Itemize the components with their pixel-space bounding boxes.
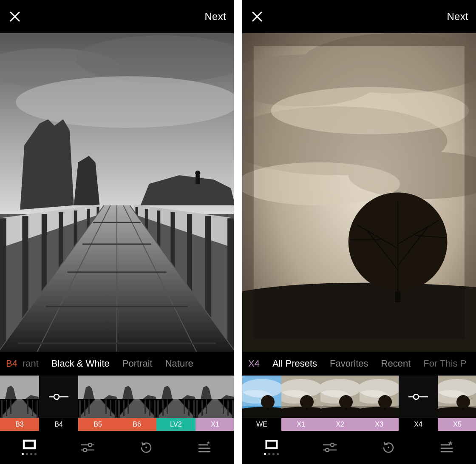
- thumb-image: [320, 376, 360, 418]
- preset-badge: X1: [196, 418, 234, 431]
- svg-point-40: [54, 394, 59, 399]
- intensity-slider-icon: [39, 376, 78, 418]
- svg-point-115: [300, 395, 314, 409]
- history-icon: [381, 440, 396, 455]
- preset-thumb[interactable]: B4: [39, 376, 78, 431]
- thumb-image: [360, 376, 399, 418]
- adjust-icon: [79, 441, 96, 454]
- svg-rect-56: [144, 399, 146, 414]
- thumb-image: [281, 376, 320, 418]
- presets-tool[interactable]: [261, 437, 282, 458]
- svg-rect-41: [78, 376, 117, 399]
- next-button[interactable]: Next: [447, 11, 468, 23]
- svg-rect-54: [123, 400, 125, 416]
- intensity-slider-icon: [399, 376, 438, 418]
- svg-rect-67: [193, 400, 195, 418]
- svg-rect-36: [27, 399, 28, 414]
- svg-rect-35: [10, 399, 11, 414]
- preset-thumb[interactable]: X1: [281, 376, 320, 431]
- preset-badge: X4: [399, 418, 438, 431]
- category-tab[interactable]: Black & White: [51, 358, 110, 369]
- svg-rect-110: [267, 408, 269, 410]
- history-tool[interactable]: [136, 437, 157, 458]
- svg-rect-47: [105, 399, 107, 414]
- svg-rect-75: [227, 400, 229, 416]
- thumb-image: [438, 376, 476, 418]
- category-bar: X4 All Presets Favorites Recent For This…: [242, 352, 476, 376]
- svg-point-130: [414, 394, 419, 399]
- svg-rect-66: [188, 400, 190, 416]
- category-bar: B4 rant Black & White Portrait Nature: [0, 352, 234, 376]
- svg-point-109: [261, 395, 275, 409]
- category-tab[interactable]: All Presets: [272, 358, 317, 369]
- photo-preview[interactable]: [242, 33, 476, 352]
- svg-point-81: [88, 443, 92, 447]
- svg-rect-44: [79, 400, 81, 418]
- preset-thumb[interactable]: X5: [438, 376, 476, 431]
- preset-badge: B6: [117, 418, 156, 431]
- top-bar: Next: [0, 0, 234, 33]
- svg-rect-71: [196, 400, 198, 418]
- svg-rect-128: [384, 408, 386, 410]
- preset-thumb[interactable]: WE: [242, 376, 281, 431]
- adjust-icon: [321, 441, 338, 454]
- current-preset-code: X4: [248, 358, 260, 369]
- preset-thumbs[interactable]: WEX1X2X3X4X5: [242, 376, 476, 431]
- svg-rect-68: [196, 376, 234, 399]
- svg-rect-57: [149, 400, 150, 416]
- preset-thumbs[interactable]: B3B4B5B6LV2X1: [0, 376, 234, 431]
- recipe-tool[interactable]: [194, 437, 215, 458]
- history-tool[interactable]: [378, 437, 399, 458]
- history-icon: [139, 440, 154, 455]
- category-tab[interactable]: Nature: [165, 358, 193, 369]
- svg-rect-50: [117, 376, 156, 399]
- preset-thumb[interactable]: B3: [0, 376, 39, 431]
- thumb-image: [196, 376, 234, 418]
- svg-rect-46: [88, 399, 90, 414]
- close-button[interactable]: [8, 9, 22, 24]
- svg-point-83: [83, 448, 87, 452]
- category-tab[interactable]: Favorites: [330, 358, 368, 369]
- preset-badge: LV2: [156, 418, 196, 431]
- category-tab[interactable]: Recent: [381, 358, 411, 369]
- svg-rect-38: [37, 400, 38, 418]
- close-button[interactable]: [250, 9, 264, 24]
- category-tab[interactable]: rant: [23, 358, 39, 369]
- next-button[interactable]: Next: [204, 11, 226, 23]
- svg-rect-49: [115, 400, 116, 418]
- svg-point-135: [456, 395, 470, 409]
- thumb-image: [242, 376, 281, 418]
- svg-rect-58: [154, 400, 156, 418]
- svg-rect-6: [0, 218, 6, 352]
- presets-tool[interactable]: [19, 437, 40, 458]
- svg-rect-136: [462, 408, 464, 410]
- thumb-image: [0, 376, 39, 418]
- svg-rect-63: [162, 400, 164, 416]
- preset-badge: WE: [242, 418, 281, 431]
- recipe-tool[interactable]: [436, 437, 457, 458]
- thumb-image: [117, 376, 156, 418]
- svg-rect-48: [110, 400, 111, 416]
- preset-thumb[interactable]: X1: [196, 376, 234, 431]
- svg-rect-64: [167, 399, 168, 414]
- preset-badge: B5: [78, 418, 117, 431]
- preset-thumb[interactable]: B5: [78, 376, 117, 431]
- category-tab[interactable]: Portrait: [122, 358, 153, 369]
- preset-thumb[interactable]: X3: [360, 376, 399, 431]
- preset-badge: B3: [0, 418, 39, 431]
- preset-thumb[interactable]: B6: [117, 376, 156, 431]
- adjust-tool[interactable]: [319, 437, 340, 458]
- svg-rect-34: [6, 400, 7, 416]
- adjust-tool[interactable]: [77, 437, 98, 458]
- preset-thumb[interactable]: X4: [399, 376, 438, 431]
- top-bar: Next: [242, 0, 476, 33]
- svg-rect-37: [32, 400, 33, 416]
- category-tab[interactable]: For This P: [423, 358, 466, 369]
- svg-rect-62: [157, 400, 159, 418]
- svg-rect-30: [0, 376, 39, 399]
- preset-thumb[interactable]: LV2: [156, 376, 196, 431]
- preset-thumb[interactable]: X2: [320, 376, 360, 431]
- svg-rect-122: [345, 408, 347, 410]
- photo-preview[interactable]: [0, 33, 234, 352]
- svg-rect-138: [267, 441, 276, 447]
